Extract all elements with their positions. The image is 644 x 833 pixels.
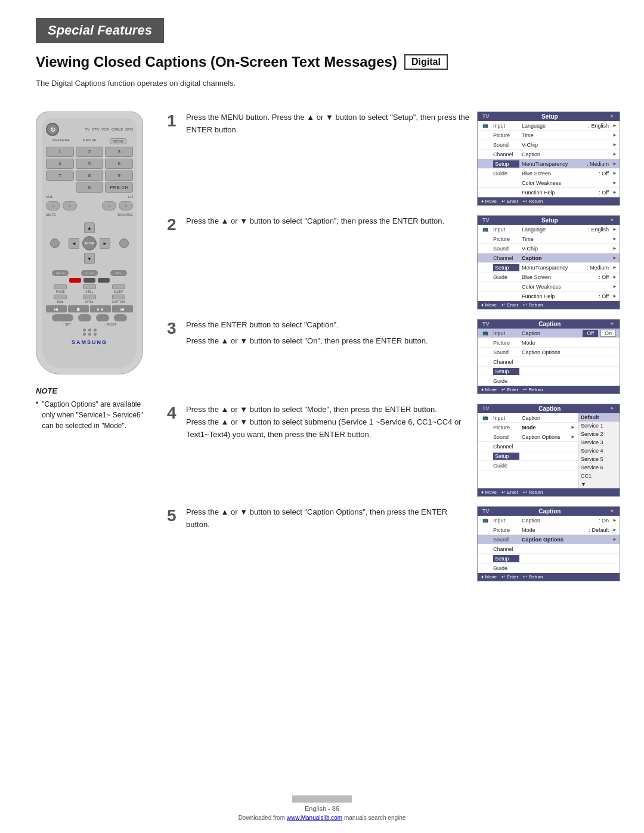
step-5-screen: TV Caption ► 📺 Input Caption : On ► — [477, 506, 620, 581]
caption-arrow-1: ► — [612, 151, 620, 157]
num-0-button[interactable]: 0 — [76, 182, 104, 193]
power-button[interactable]: ⏻ — [46, 123, 59, 136]
play2-button[interactable] — [78, 314, 91, 321]
cap3-caption-item: Caption — [519, 518, 599, 524]
subtitle: The Digital Captions function operates o… — [36, 79, 608, 88]
dpad-left-button[interactable]: ◄ — [69, 238, 79, 249]
cap3-picture-label: Picture — [493, 527, 519, 533]
num-7-button[interactable]: 7 — [46, 171, 74, 181]
sound-label-2: Sound — [493, 246, 519, 252]
rewind-button[interactable]: ⏮ — [46, 305, 67, 312]
step-4-text: Press the ▲ or ▼ button to select "Mode"… — [186, 404, 471, 441]
grey2-button[interactable] — [98, 278, 110, 283]
dme-button[interactable] — [54, 295, 67, 299]
submenu-default: Default — [578, 413, 620, 422]
menu-row-color-2: Color Weakness ► — [478, 282, 620, 292]
num-9-button[interactable]: 9 — [105, 171, 133, 181]
pmode-label: P.MODE — [83, 138, 97, 144]
cap3-caption-value: : On — [599, 518, 612, 524]
note-section: NOTE "Caption Options" are available onl… — [24, 386, 143, 431]
step-3-screen: TV Caption ► 📺 Input Caption Off On — [477, 319, 620, 394]
ch-up-button[interactable]: + — [119, 201, 133, 210]
language-value-2: : English — [589, 227, 613, 233]
num-1-button[interactable]: 1 — [46, 147, 74, 157]
footer-return-2: ↩ Return — [523, 302, 543, 308]
time-item-2: Time — [519, 236, 609, 242]
vol-up-button[interactable]: + — [63, 201, 77, 210]
picture-label-2: Picture — [493, 236, 519, 242]
caption-button[interactable] — [112, 295, 125, 299]
main-content: ⏻ TV STR VCR CABLE DVD ANTENNA P.MODE MO… — [0, 112, 644, 591]
vol-down-button[interactable]: - — [46, 201, 60, 210]
caption-menu-3: 📺 Input Caption : On ► Picture Mode : De… — [478, 516, 620, 573]
mode-button[interactable]: MODE — [110, 138, 126, 144]
caption-item-1: Caption — [519, 151, 609, 157]
sleep-button[interactable] — [112, 284, 125, 289]
still-button[interactable] — [83, 284, 96, 289]
caption-mode-row: Picture Mode — [478, 338, 620, 348]
media-buttons: ⏮ ⏹ ⏵⏵ ⏭ — [46, 305, 133, 312]
page-header: Special Features Viewing Closed Captions… — [0, 0, 644, 112]
num-8-button[interactable]: 8 — [76, 171, 104, 181]
dpad-up-button[interactable]: ▲ — [84, 222, 95, 233]
num-2-button[interactable]: 2 — [76, 147, 104, 157]
antenna-label: ANTENNA — [52, 138, 70, 144]
rec-button[interactable] — [52, 314, 73, 321]
prech-button[interactable]: PRE-CH — [105, 182, 133, 193]
step-2-text: Press the ▲ or ▼ button to select "Capti… — [186, 215, 471, 233]
ff-button[interactable] — [114, 314, 127, 321]
drse-button[interactable] — [83, 295, 96, 299]
lang-arrow-1: ► — [612, 123, 620, 128]
set-circle-icon: ○ SET — [63, 323, 71, 326]
vcr-label: VCR — [101, 128, 109, 131]
caption-menu-1: 📺 Input Caption Off On Picture Mode — [478, 329, 620, 386]
pause-button[interactable] — [96, 314, 109, 321]
stop-button[interactable]: ⏹ — [68, 305, 89, 312]
footer-move-5: ♦ Move — [481, 574, 497, 580]
play-button[interactable]: ⏵⏵ — [90, 305, 111, 312]
caption-menu-row-1: 📺 Input Caption Off On — [478, 329, 620, 338]
footer-download-suffix: manuals search engine — [342, 815, 405, 821]
dpad-right-button[interactable]: ► — [100, 238, 110, 249]
sleep-label: SLEEP — [114, 290, 123, 293]
time-arrow-2: ► — [612, 236, 620, 241]
fastforward-button[interactable]: ⏭ — [112, 305, 133, 312]
num-4-button[interactable]: 4 — [46, 159, 74, 169]
num-5-button[interactable]: 5 — [76, 159, 104, 169]
cap-channel-row: Channel — [478, 357, 620, 367]
psize-label: P.SIZE — [56, 290, 65, 293]
ch-down-button[interactable]: - — [102, 201, 116, 210]
enter-button[interactable]: ENTER — [82, 236, 97, 250]
psize-button[interactable] — [54, 284, 67, 289]
vol-rocker: - + — [46, 201, 77, 210]
step-3-number: 3 — [167, 320, 181, 348]
footer-download-link[interactable]: www.Manualslib.com — [287, 815, 342, 821]
remote-column: ⏻ TV STR VCR CABLE DVD ANTENNA P.MODE MO… — [24, 112, 155, 591]
cap3-input-icon: 📺 — [478, 518, 493, 523]
step-4-number: 4 — [167, 405, 181, 441]
footer-return-1: ↩ Return — [523, 199, 543, 204]
section-label: Special Features — [48, 23, 152, 38]
mts-button[interactable]: MTS — [110, 270, 127, 276]
chlist-button[interactable]: CH.LIST — [81, 270, 98, 276]
vchip-arrow-2: ► — [612, 246, 620, 251]
cap2-mode-item: Mode — [519, 425, 571, 431]
tv-label-4: TV — [482, 405, 490, 412]
right-side-button[interactable] — [119, 239, 129, 248]
dpad-area: ▲ ◄ ENTER ► ▼ — [69, 222, 110, 264]
funchelp-item-2: Function Help — [519, 293, 599, 299]
num-6-button[interactable]: 6 — [105, 159, 133, 169]
footer-return-4: ↩ Return — [523, 490, 543, 495]
remote-power-row: ⏻ TV STR VCR CABLE DVD — [46, 123, 133, 136]
dme-label: DMe — [57, 300, 64, 304]
dpad-down-button[interactable]: ▼ — [84, 253, 95, 264]
grey-button[interactable] — [83, 278, 95, 283]
left-side-button[interactable] — [50, 239, 60, 248]
red-button[interactable] — [69, 278, 81, 283]
num-3-button[interactable]: 3 — [105, 147, 133, 157]
faxch-button[interactable]: FAX.CH — [52, 270, 69, 276]
header-arrow-4: ► — [610, 405, 615, 412]
bluescreen-arrow-2: ► — [612, 274, 620, 280]
input-icon-1: 📺 — [478, 123, 493, 128]
step-2-screen: TV Setup ► 📺 Input Language : English ► — [477, 215, 620, 309]
